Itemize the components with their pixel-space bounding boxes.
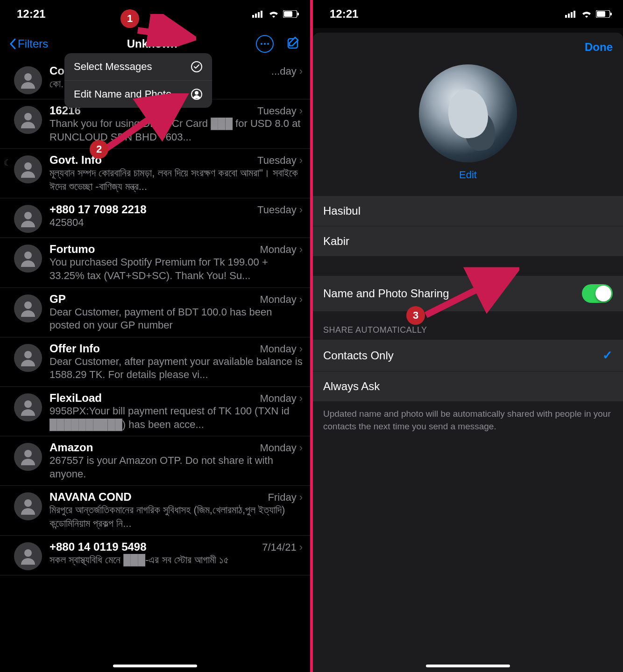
message-row[interactable]: GPMonday›Dear Customer, payment of BDT 1… (0, 288, 310, 337)
annotation-badge-3: 3 (406, 306, 425, 325)
svg-point-11 (24, 73, 32, 81)
sharing-toggle[interactable] (582, 284, 613, 303)
avatar (14, 205, 42, 233)
svg-rect-1 (255, 14, 257, 18)
message-row[interactable]: Govt. InfoTuesday›মূল্যবান সম্পদ কোরবানি… (0, 149, 310, 198)
more-menu-popover: Select Messages Edit Name and Photo (64, 53, 212, 108)
chevron-right-icon: › (297, 343, 303, 355)
avatar (14, 294, 42, 322)
svg-rect-30 (597, 11, 605, 17)
home-indicator[interactable] (426, 665, 510, 667)
sender: FlexiLoad (50, 392, 102, 405)
back-button[interactable]: Filters (9, 37, 48, 50)
wifi-icon (268, 10, 279, 18)
chevron-right-icon: › (297, 541, 303, 553)
svg-point-24 (195, 91, 198, 95)
avatar (14, 542, 42, 570)
chevron-right-icon: › (297, 105, 303, 117)
menu-edit-name-photo[interactable]: Edit Name and Photo (64, 80, 212, 108)
footer-note: Updated name and photo will be automatic… (313, 401, 623, 439)
menu-label: Edit Name and Photo (74, 88, 171, 100)
wifi-icon (581, 10, 592, 18)
svg-point-16 (24, 301, 32, 309)
message-list: Co......day›কো... কো... 16216Tuesday›Tha… (0, 60, 310, 575)
sender: NAVANA COND (50, 490, 132, 504)
back-label: Filters (18, 37, 48, 50)
message-date: Monday (256, 294, 296, 305)
status-time: 12:21 (330, 7, 358, 21)
chevron-right-icon: › (297, 392, 303, 404)
message-date: 7/14/21 (258, 541, 296, 553)
compose-icon (287, 36, 301, 50)
profile-section: Edit (313, 62, 623, 189)
edit-photo-button[interactable]: Edit (459, 169, 477, 181)
chevron-right-icon: › (297, 442, 303, 454)
message-date: Monday (256, 343, 296, 355)
sharing-label: Name and Photo Sharing (323, 287, 449, 300)
share-options: Contacts Only ✓ Always Ask (313, 340, 623, 401)
message-row[interactable]: NAVANA CONDFriday›মিরপুরে আন্তর্জাতিকমান… (0, 486, 310, 535)
status-time: 12:21 (17, 7, 45, 21)
svg-rect-3 (261, 11, 262, 18)
done-button[interactable]: Done (585, 41, 613, 54)
message-row[interactable]: FlexiLoadMonday›9958PX:Your bill payment… (0, 387, 310, 436)
right-screen: 12:21 Done Edit Hasibul Kabir Name and P… (313, 0, 623, 672)
message-preview: মূল্যবান সম্পদ কোরবানির চামড়া, লবন দিয়… (50, 167, 303, 193)
page-title: Unknown (127, 37, 177, 50)
message-row[interactable]: FortumoMonday›You purchased Spotify Prem… (0, 238, 310, 287)
svg-rect-0 (252, 15, 254, 18)
svg-rect-31 (610, 13, 612, 15)
name-fields: Hasibul Kabir (313, 196, 623, 256)
message-preview: মিরপুরে আন্তর্জাতিকমানের নাগরিক সুবিধাসহ… (50, 504, 303, 530)
avatar (14, 393, 42, 421)
checkmark-circle-icon (191, 61, 203, 73)
chevron-right-icon: › (297, 204, 303, 216)
svg-rect-28 (573, 11, 575, 18)
message-row[interactable]: AmazonMonday›267557 is your Amazon OTP. … (0, 436, 310, 486)
more-button[interactable] (256, 35, 274, 53)
status-icons (565, 10, 612, 18)
message-date: Tuesday (254, 154, 297, 166)
option-label: Always Ask (323, 380, 380, 393)
message-row[interactable]: Offer InfoMonday›Dear Customer, after pa… (0, 337, 310, 387)
status-bar: 12:21 (0, 0, 310, 28)
svg-point-17 (24, 351, 32, 358)
message-date: Monday (256, 392, 296, 404)
last-name-field[interactable]: Kabir (313, 226, 623, 256)
option-always-ask[interactable]: Always Ask (313, 371, 623, 401)
name-photo-sharing-row: Name and Photo Sharing (313, 276, 623, 311)
option-label: Contacts Only (323, 349, 394, 362)
avatar (14, 106, 42, 134)
chevron-right-icon: › (297, 491, 303, 503)
sender: GP (50, 293, 66, 306)
profile-photo[interactable] (419, 64, 517, 162)
svg-point-9 (267, 43, 269, 45)
compose-button[interactable] (287, 36, 301, 52)
message-row[interactable]: +880 14 0119 54987/14/21›সকল স্বাস্থ্যবি… (0, 536, 310, 575)
home-indicator[interactable] (113, 665, 197, 667)
option-contacts-only[interactable]: Contacts Only ✓ (313, 340, 623, 371)
message-date: Tuesday (254, 105, 297, 117)
message-date: Monday (256, 442, 296, 454)
message-date: Monday (256, 244, 296, 255)
message-date: Friday (264, 491, 297, 503)
message-preview: 425804 (50, 216, 303, 230)
message-preview: 9958PX:Your bill payment request of TK 1… (50, 405, 303, 431)
message-preview: সকল স্বাস্থ্যবিধি মেনে ███-এর সব স্টোর আ… (50, 553, 303, 567)
chevron-left-icon (9, 38, 16, 49)
message-date: ...day (268, 65, 297, 77)
svg-point-7 (261, 43, 262, 45)
svg-rect-6 (297, 13, 299, 15)
more-icon (260, 42, 269, 45)
menu-label: Select Messages (74, 61, 152, 73)
menu-select-messages[interactable]: Select Messages (64, 53, 212, 80)
svg-point-14 (24, 212, 32, 219)
sender: Offer Info (50, 342, 100, 355)
last-name-value: Kabir (323, 235, 349, 248)
first-name-field[interactable]: Hasibul (313, 196, 623, 226)
svg-point-13 (24, 162, 32, 170)
message-row[interactable]: +880 17 7098 2218Tuesday›425804 (0, 198, 310, 238)
chevron-right-icon: › (297, 154, 303, 166)
sender: +880 14 0119 5498 (50, 540, 147, 553)
svg-point-15 (24, 252, 32, 259)
